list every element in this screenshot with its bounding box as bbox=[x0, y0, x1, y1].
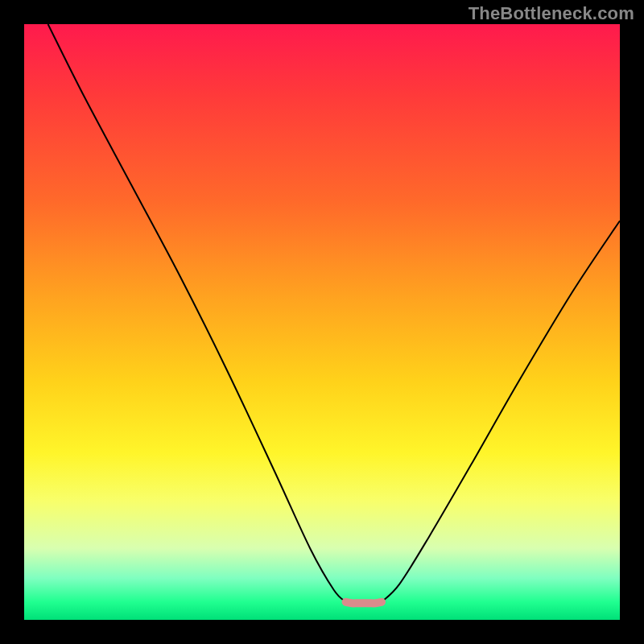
curve-right bbox=[382, 221, 620, 602]
watermark-text: TheBottleneck.com bbox=[469, 3, 634, 24]
chart-frame: TheBottleneck.com bbox=[0, 0, 644, 644]
bottleneck-flat-segment bbox=[346, 602, 382, 604]
plot-area bbox=[24, 24, 620, 620]
curve-left bbox=[48, 24, 346, 602]
curve-layer bbox=[24, 24, 620, 620]
